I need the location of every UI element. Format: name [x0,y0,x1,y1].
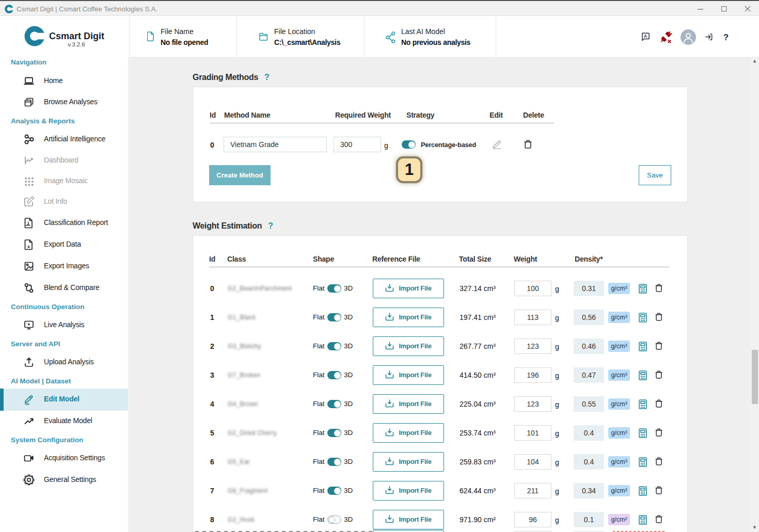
svg-text:x: x [27,244,30,249]
svg-text:A: A [644,34,647,39]
